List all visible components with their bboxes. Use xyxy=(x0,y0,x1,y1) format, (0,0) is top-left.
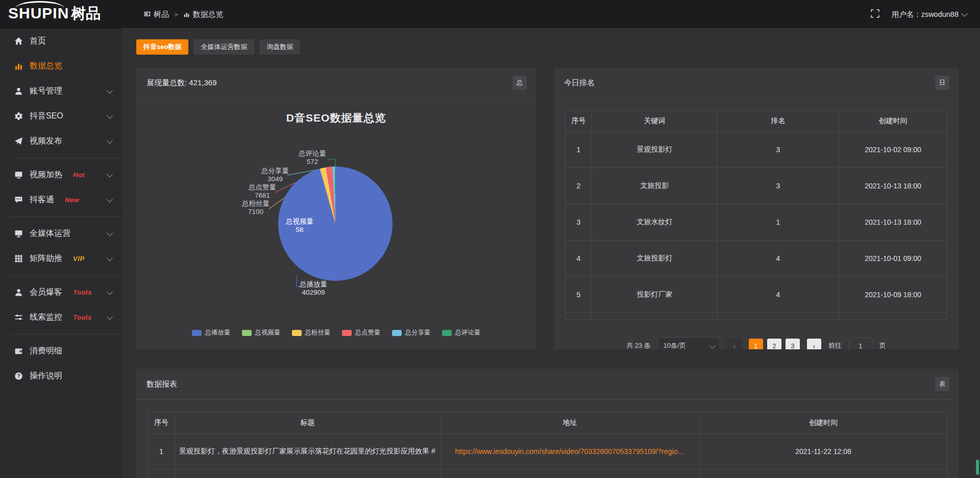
table-badge-button[interactable]: 表 xyxy=(935,377,949,391)
dashboard-icon xyxy=(144,11,151,18)
svg-text:?: ? xyxy=(17,373,20,379)
breadcrumb-item-home[interactable]: 树品 xyxy=(144,10,169,19)
legend-item[interactable]: 总播放量 xyxy=(192,328,231,337)
legend-item[interactable]: 总粉丝量 xyxy=(292,328,331,337)
legend-swatch xyxy=(192,330,202,336)
cell-no: 1 xyxy=(148,434,175,469)
legend-item[interactable]: 总点赞量 xyxy=(342,328,381,337)
total-badge-button[interactable]: 总 xyxy=(512,76,527,90)
cell-created: 2021-10-09 18:00 xyxy=(839,277,947,313)
main-content: 抖音seo数据 全媒体运营数据 询盘数据 展现量总数: 421,369 总 D音… xyxy=(122,29,980,478)
cell-keyword: 投影灯厂家 xyxy=(592,277,718,313)
legend-item[interactable]: 总视频量 xyxy=(242,328,281,337)
bar-chart-icon xyxy=(14,62,23,70)
breadcrumb-item-current[interactable]: 数据总览 xyxy=(183,10,224,19)
sidebar-item-badge: Tools xyxy=(73,314,92,321)
legend-swatch xyxy=(342,330,352,336)
send-icon xyxy=(14,137,23,146)
chat-icon xyxy=(14,196,23,204)
sidebar-item-label: 抖音SEO xyxy=(30,111,63,122)
pie-label-shares: 总分享量3049 xyxy=(261,167,289,183)
page-buttons: 1 2 3 xyxy=(749,339,800,349)
legend-label: 总点赞量 xyxy=(355,328,381,337)
sidebar-item-label: 首页 xyxy=(30,36,46,46)
sidebar-item[interactable]: 抖客通 New xyxy=(0,187,122,212)
page-number-button[interactable]: 2 xyxy=(767,339,781,349)
cell-no: 4 xyxy=(566,241,592,277)
sidebar-item-label: 矩阵助推 xyxy=(30,253,62,264)
page-number-button[interactable]: 1 xyxy=(749,339,763,349)
sidebar-item-label: 操作说明 xyxy=(30,371,62,381)
legend-label: 总粉丝量 xyxy=(305,328,331,337)
table-row: 1 景观投影灯，夜游景观投影灯厂家展示展示落花灯在花园里的灯光投影应用效果 # … xyxy=(148,434,947,469)
legend-item[interactable]: 总分享量 xyxy=(392,328,431,337)
prev-page-button[interactable]: ‹ xyxy=(727,339,742,349)
cell-rank: 4 xyxy=(718,241,839,277)
scrollbar-thumb[interactable] xyxy=(976,460,979,475)
sidebar-item[interactable]: 数据总览 xyxy=(0,54,122,79)
sidebar-item[interactable]: 首页 xyxy=(0,29,122,54)
tab-label: 全媒体运营数据 xyxy=(201,42,247,52)
pie-label-plays: 总播放量402909 xyxy=(300,280,327,297)
help-icon: ? xyxy=(14,372,23,380)
chevron-down-icon xyxy=(107,171,113,178)
report-panel-header: 数据报表 表 xyxy=(136,369,959,400)
legend-swatch xyxy=(442,330,452,336)
sidebar-item-label: 视频发布 xyxy=(30,136,62,147)
day-badge-button[interactable]: 日 xyxy=(935,76,949,90)
user-menu[interactable]: 用户名：zswodun88 xyxy=(892,10,967,19)
chevron-down-icon xyxy=(107,255,113,261)
legend-item[interactable]: 总评论量 xyxy=(442,328,481,337)
cell-video-link[interactable]: https://www.iesdouyin.com/share/video/70… xyxy=(440,434,700,469)
logo-text-en: SHUPIN xyxy=(8,4,69,22)
chevron-down-icon xyxy=(961,10,968,17)
next-page-button[interactable]: › xyxy=(807,339,821,349)
monitor-icon xyxy=(14,229,23,238)
sidebar-item[interactable]: 账号管理 xyxy=(0,79,122,104)
table-row: 1 景观投影灯 3 2021-10-02 09:00 xyxy=(566,132,947,168)
page-size-value: 10条/页 xyxy=(664,341,686,349)
col-no: 序号 xyxy=(148,412,175,434)
table-header-row: 序号 标题 地址 创建时间 xyxy=(148,412,947,434)
sidebar-divider xyxy=(9,334,122,334)
tab[interactable]: 询盘数据 xyxy=(259,39,300,55)
breadcrumb-label: 数据总览 xyxy=(193,10,224,19)
user-icon xyxy=(14,87,23,95)
table-row: 5 投影灯厂家 4 2021-10-09 18:00 xyxy=(566,277,947,313)
pagination: 共 23 条 10条/页 ‹ 1 2 3 › 前往 1 xyxy=(554,337,959,349)
sidebar-item[interactable]: ? 操作说明 xyxy=(0,364,122,389)
page-number-button[interactable]: 3 xyxy=(786,339,800,349)
sidebar-item-label: 视频加热 xyxy=(30,170,62,180)
sidebar-item[interactable]: 消费明细 xyxy=(0,339,122,364)
sidebar-item[interactable]: 线索监控 Tools xyxy=(0,305,122,330)
col-no: 序号 xyxy=(566,111,592,132)
page-size-select[interactable]: 10条/页 xyxy=(658,337,720,349)
sidebar-item[interactable]: 视频发布 xyxy=(0,129,122,154)
sidebar-item[interactable]: 抖音SEO xyxy=(0,104,122,129)
legend-swatch xyxy=(392,330,402,336)
cell-rank: 4 xyxy=(718,277,839,313)
sidebar-item[interactable]: 视频加热 Hot xyxy=(0,162,122,187)
member-icon xyxy=(14,288,23,297)
sidebar-item[interactable]: 会员爆客 Tools xyxy=(0,280,122,305)
home-icon xyxy=(14,37,23,45)
sidebar-item[interactable]: 矩阵助推 VIP xyxy=(0,246,122,271)
gear-icon xyxy=(14,112,23,121)
sidebar-item-badge: Hot xyxy=(73,171,85,179)
chevron-down-icon xyxy=(107,230,113,236)
table-row: 3 文旅水纹灯 1 2021-10-13 18:00 xyxy=(566,204,947,241)
fullscreen-icon[interactable] xyxy=(871,9,879,20)
chart-legend: 总播放量 总视频量 总粉丝量 总点赞量 xyxy=(136,328,536,337)
cell-keyword: 景观投影灯 xyxy=(592,132,718,168)
pie-label-fans: 总粉丝量7100 xyxy=(242,200,270,216)
report-table: 序号 标题 地址 创建时间 1 景观投影灯，夜游景观投影灯厂家展示展示落花灯在花… xyxy=(148,412,947,478)
overview-panel: 展现量总数: 421,369 总 D音SEO数据量总览 总评论量572 总分享量… xyxy=(136,67,536,349)
goto-page-input[interactable]: 1 xyxy=(849,338,872,349)
sidebar-item[interactable]: 全媒体运营 xyxy=(0,221,122,246)
breadcrumb-separator: > xyxy=(174,11,178,18)
cell-created: 2021-10-01 09:00 xyxy=(839,241,947,277)
cell-keyword: 文旅水纹灯 xyxy=(592,204,718,241)
tab[interactable]: 全媒体运营数据 xyxy=(193,39,254,55)
table-row: 4 文旅投影灯 4 2021-10-01 09:00 xyxy=(566,241,947,277)
tab[interactable]: 抖音seo数据 xyxy=(136,39,188,55)
